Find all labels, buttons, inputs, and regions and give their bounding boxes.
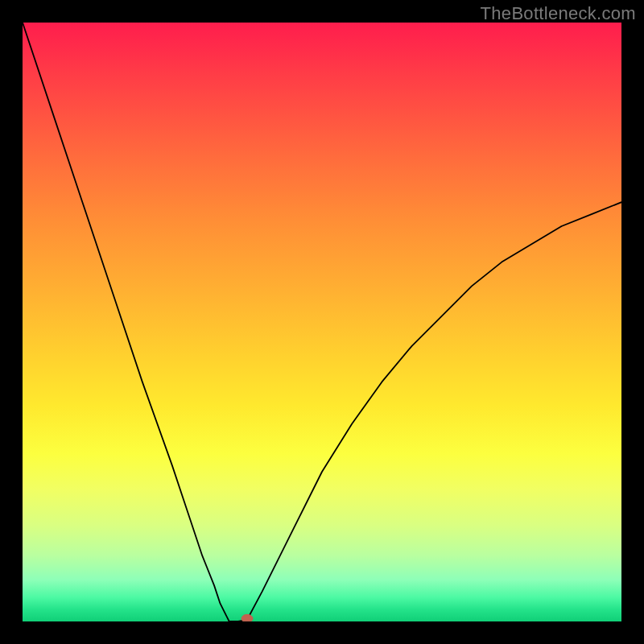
plot-area: [23, 23, 621, 621]
chart-frame: TheBottleneck.com: [0, 0, 644, 644]
chart-svg: [23, 23, 621, 621]
bottleneck-curve: [23, 23, 621, 621]
min-marker: [242, 614, 253, 621]
watermark-text: TheBottleneck.com: [481, 3, 636, 24]
